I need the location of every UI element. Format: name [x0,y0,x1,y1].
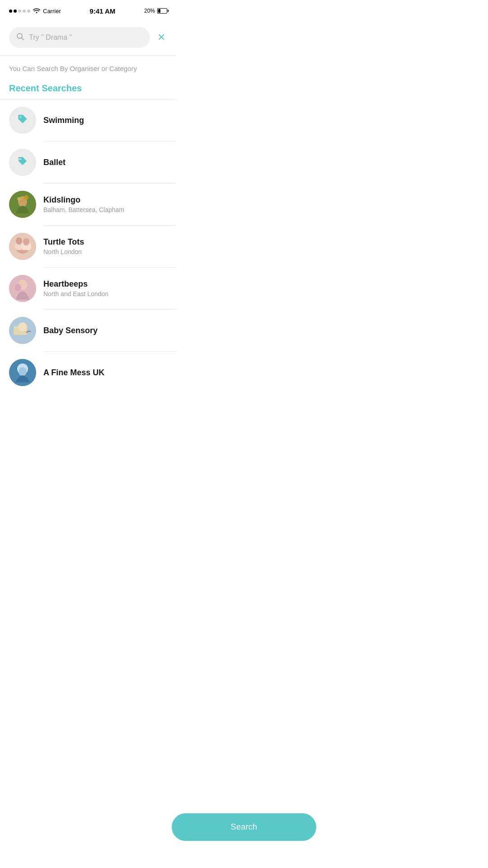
signal-icon [9,9,30,13]
battery-percentage: 20% [144,8,155,14]
battery-icon [157,8,167,14]
item-text: Baby Sensory [43,326,98,335]
list-item[interactable]: Kidslingo Balham, Battersea, Clapham [0,184,176,225]
svg-point-13 [16,237,22,245]
item-subtitle: North and East London [43,290,108,297]
status-left: Carrier [9,7,61,14]
item-text: Ballet [43,158,66,167]
svg-point-6 [17,197,21,201]
carrier-label: Carrier [43,8,61,14]
list-item[interactable]: Heartbeeps North and East London [0,268,176,309]
item-text: A Fine Mess UK [43,368,104,377]
list-item[interactable]: Turtle Tots North London [0,226,176,267]
search-subtitle: You Can Search By Organiser or Category [0,56,176,76]
avatar [9,359,36,386]
tag-icon [16,113,29,128]
item-title: Turtle Tots [43,237,84,247]
status-time: 9:41 AM [89,7,115,15]
search-icon [16,33,24,42]
svg-point-7 [24,195,28,200]
item-text: Kidslingo Balham, Battersea, Clapham [43,195,124,213]
svg-point-17 [15,284,21,291]
svg-point-23 [19,367,27,376]
status-bar: Carrier 9:41 AM 20% [0,0,176,20]
item-title: Heartbeeps [43,279,108,289]
item-text: Turtle Tots North London [43,237,84,255]
svg-point-14 [23,238,29,245]
status-right: 20% [144,8,167,14]
item-title: Ballet [43,158,66,167]
close-button[interactable]: ✕ [155,31,167,44]
search-placeholder: Try " Drama " [29,33,72,42]
search-area: Try " Drama " ✕ [0,20,176,55]
svg-point-20 [18,322,27,331]
list-item[interactable]: Swimming [0,99,176,141]
close-icon: ✕ [157,32,165,43]
list-item[interactable]: Baby Sensory [0,310,176,351]
item-title: Baby Sensory [43,326,98,335]
item-title: Swimming [43,116,84,125]
svg-line-1 [22,38,24,40]
avatar [9,275,36,302]
item-text: Heartbeeps North and East London [43,279,108,297]
recent-searches-title: Recent Searches [0,76,176,99]
item-title: A Fine Mess UK [43,368,104,377]
tag-icon [16,155,29,170]
avatar [9,149,36,176]
search-input-wrapper[interactable]: Try " Drama " [9,27,150,48]
avatar [9,317,36,344]
item-title: Kidslingo [43,195,124,205]
wifi-icon [33,7,40,14]
avatar [9,107,36,134]
list-item[interactable]: Ballet [0,142,176,183]
item-subtitle: North London [43,248,84,255]
search-bar-container: Try " Drama " ✕ [9,27,167,48]
item-text: Swimming [43,116,84,125]
item-subtitle: Balham, Battersea, Clapham [43,206,124,213]
list-item[interactable]: A Fine Mess UK [0,352,176,393]
svg-point-3 [20,159,21,160]
svg-point-2 [20,117,21,118]
avatar [9,191,36,218]
avatar [9,233,36,260]
